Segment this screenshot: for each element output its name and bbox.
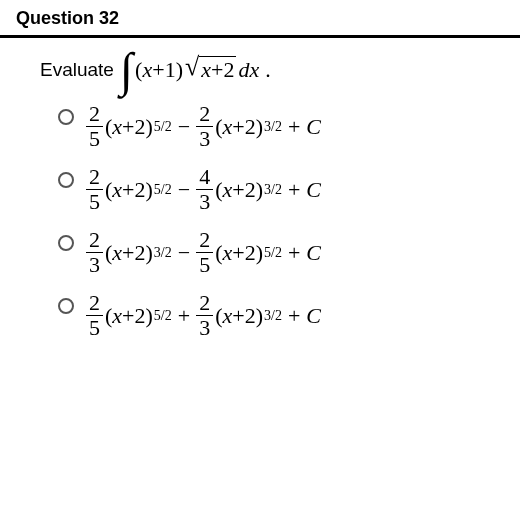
radio-input[interactable] bbox=[58, 172, 74, 188]
fraction: 2 5 bbox=[86, 166, 103, 213]
answer-option[interactable]: 2 5 (x+2) 5/2 − 4 3 (x+2) 3/2 + C bbox=[58, 166, 492, 213]
answer-option[interactable]: 2 5 (x+2) 5/2 + 2 3 (x+2) 3/2 + C bbox=[58, 292, 492, 339]
answer-math: 2 5 (x+2) 5/2 − 2 3 (x+2) 3/2 + C bbox=[84, 103, 321, 150]
radio-input[interactable] bbox=[58, 235, 74, 251]
question-body: Evaluate ∫ ( x + 1 ) √ x+2 dx . 2 bbox=[0, 38, 520, 339]
integral-expression: ∫ ( x + 1 ) √ x+2 dx . bbox=[120, 56, 271, 83]
answer-math: 2 3 (x+2) 3/2 − 2 5 (x+2) 5/2 + C bbox=[84, 229, 321, 276]
options-list: 2 5 (x+2) 5/2 − 2 3 (x+2) 3/2 + C 2 bbox=[40, 103, 492, 339]
answer-math: 2 5 (x+2) 5/2 − 4 3 (x+2) 3/2 + C bbox=[84, 166, 321, 213]
question-header: Question 32 bbox=[0, 0, 520, 38]
answer-option[interactable]: 2 5 (x+2) 5/2 − 2 3 (x+2) 3/2 + C bbox=[58, 103, 492, 150]
answer-option[interactable]: 2 3 (x+2) 3/2 − 2 5 (x+2) 5/2 + C bbox=[58, 229, 492, 276]
fraction: 2 3 bbox=[196, 292, 213, 339]
fraction: 2 3 bbox=[196, 103, 213, 150]
fraction: 2 5 bbox=[86, 103, 103, 150]
question-title: Question 32 bbox=[16, 8, 119, 28]
evaluate-label: Evaluate bbox=[40, 59, 114, 81]
sqrt-icon: √ x+2 bbox=[185, 56, 236, 83]
fraction: 4 3 bbox=[196, 166, 213, 213]
radio-input[interactable] bbox=[58, 109, 74, 125]
fraction: 2 5 bbox=[86, 292, 103, 339]
fraction: 2 5 bbox=[196, 229, 213, 276]
answer-math: 2 5 (x+2) 5/2 + 2 3 (x+2) 3/2 + C bbox=[84, 292, 321, 339]
radio-input[interactable] bbox=[58, 298, 74, 314]
fraction: 2 3 bbox=[86, 229, 103, 276]
question-prompt: Evaluate ∫ ( x + 1 ) √ x+2 dx . bbox=[40, 56, 492, 83]
